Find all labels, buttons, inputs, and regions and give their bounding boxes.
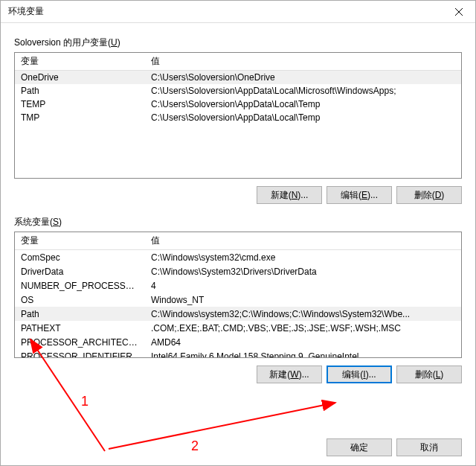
- var-value: C:\Windows\system32\cmd.exe: [145, 252, 461, 263]
- sys-new-button[interactable]: 新建(W)...: [257, 366, 322, 383]
- table-row[interactable]: NUMBER_OF_PROCESSORS4: [15, 278, 461, 293]
- window-title: 环境变量: [8, 5, 44, 18]
- var-name: Path: [15, 86, 145, 96]
- var-value: C:\Users\Soloversion\AppData\Local\Temp: [145, 99, 461, 109]
- var-value: C:\Users\Soloversion\AppData\Local\Temp: [145, 112, 461, 123]
- var-value: Intel64 Family 6 Model 158 Stepping 9, G…: [145, 351, 461, 359]
- var-name: OneDrive: [15, 72, 145, 83]
- sys-vars-listbox[interactable]: 变量 值 ComSpecC:\Windows\system32\cmd.exeD…: [14, 232, 462, 358]
- var-name: OS: [15, 295, 145, 305]
- var-name: PATHEXT: [15, 323, 145, 333]
- footer-buttons: 确定 取消: [14, 428, 462, 456]
- env-vars-dialog: 环境变量 Soloversion 的用户变量(U) 变量 值 OneDriveC…: [0, 0, 476, 466]
- col-header-name[interactable]: 变量: [15, 232, 145, 250]
- user-new-button[interactable]: 新建(N)...: [257, 186, 322, 204]
- table-row[interactable]: PathC:\Users\Soloversion\AppData\Local\M…: [15, 84, 461, 98]
- titlebar: 环境变量: [1, 1, 475, 23]
- var-value: C:\Users\Soloversion\AppData\Local\Micro…: [145, 86, 461, 96]
- sys-edit-button[interactable]: 编辑(I)...: [327, 366, 392, 383]
- col-header-value[interactable]: 值: [145, 52, 461, 71]
- var-name: TMP: [15, 112, 145, 123]
- var-name: PROCESSOR_ARCHITECTURE: [15, 337, 145, 348]
- col-header-value[interactable]: 值: [145, 232, 461, 250]
- sys-vars-buttons: 新建(W)... 编辑(I)... 删除(L): [14, 366, 462, 383]
- table-row[interactable]: OneDriveC:\Users\Soloversion\OneDrive: [15, 71, 461, 84]
- annotation-label-1: 1: [81, 394, 89, 409]
- dialog-content: Soloversion 的用户变量(U) 变量 值 OneDriveC:\Use…: [1, 23, 475, 465]
- var-value: C:\Windows\system32;C:\Windows;C:\Window…: [145, 309, 461, 319]
- sys-delete-button[interactable]: 删除(L): [396, 366, 462, 383]
- var-name: NUMBER_OF_PROCESSORS: [15, 281, 145, 291]
- var-value: C:\Users\Soloversion\OneDrive: [145, 72, 461, 83]
- var-value: AMD64: [145, 337, 461, 348]
- user-vars-listbox[interactable]: 变量 值 OneDriveC:\Users\Soloversion\OneDri…: [14, 52, 462, 179]
- var-name: Path: [15, 309, 145, 319]
- table-row[interactable]: PATHEXT.COM;.EXE;.BAT;.CMD;.VBS;.VBE;.JS…: [15, 321, 461, 335]
- var-value: Windows_NT: [145, 295, 461, 305]
- sys-vars-label: 系统变量(S): [14, 216, 462, 229]
- table-row[interactable]: ComSpecC:\Windows\system32\cmd.exe: [15, 250, 461, 264]
- user-vars-header: 变量 值: [15, 53, 461, 71]
- table-row[interactable]: PROCESSOR_IDENTIFIERIntel64 Family 6 Mod…: [15, 349, 461, 358]
- table-row[interactable]: TEMPC:\Users\Soloversion\AppData\Local\T…: [15, 98, 461, 111]
- table-row[interactable]: DriverDataC:\Windows\System32\Drivers\Dr…: [15, 264, 461, 278]
- var-value: 4: [145, 281, 461, 291]
- user-vars-label: Soloversion 的用户变量(U): [14, 36, 462, 49]
- user-vars-body[interactable]: OneDriveC:\Users\Soloversion\OneDrivePat…: [15, 71, 461, 179]
- sys-vars-header: 变量 值: [15, 232, 461, 250]
- var-name: TEMP: [15, 99, 145, 109]
- sys-vars-body[interactable]: ComSpecC:\Windows\system32\cmd.exeDriver…: [15, 250, 461, 358]
- var-name: PROCESSOR_IDENTIFIER: [15, 351, 145, 359]
- user-delete-button[interactable]: 删除(D): [396, 186, 462, 204]
- table-row[interactable]: PathC:\Windows\system32;C:\Windows;C:\Wi…: [15, 307, 461, 321]
- close-button[interactable]: [442, 1, 475, 23]
- user-edit-button[interactable]: 编辑(E)...: [327, 186, 392, 204]
- var-name: ComSpec: [15, 252, 145, 263]
- table-row[interactable]: PROCESSOR_ARCHITECTUREAMD64: [15, 335, 461, 349]
- ok-button[interactable]: 确定: [327, 438, 392, 456]
- col-header-name[interactable]: 变量: [15, 52, 145, 71]
- var-value: C:\Windows\System32\Drivers\DriverData: [145, 266, 461, 277]
- table-row[interactable]: TMPC:\Users\Soloversion\AppData\Local\Te…: [15, 111, 461, 124]
- user-vars-buttons: 新建(N)... 编辑(E)... 删除(D): [14, 186, 462, 204]
- var-name: DriverData: [15, 266, 145, 277]
- close-icon: [455, 8, 463, 16]
- cancel-button[interactable]: 取消: [396, 438, 462, 456]
- table-row[interactable]: OSWindows_NT: [15, 293, 461, 307]
- var-value: .COM;.EXE;.BAT;.CMD;.VBS;.VBE;.JS;.JSE;.…: [145, 323, 461, 333]
